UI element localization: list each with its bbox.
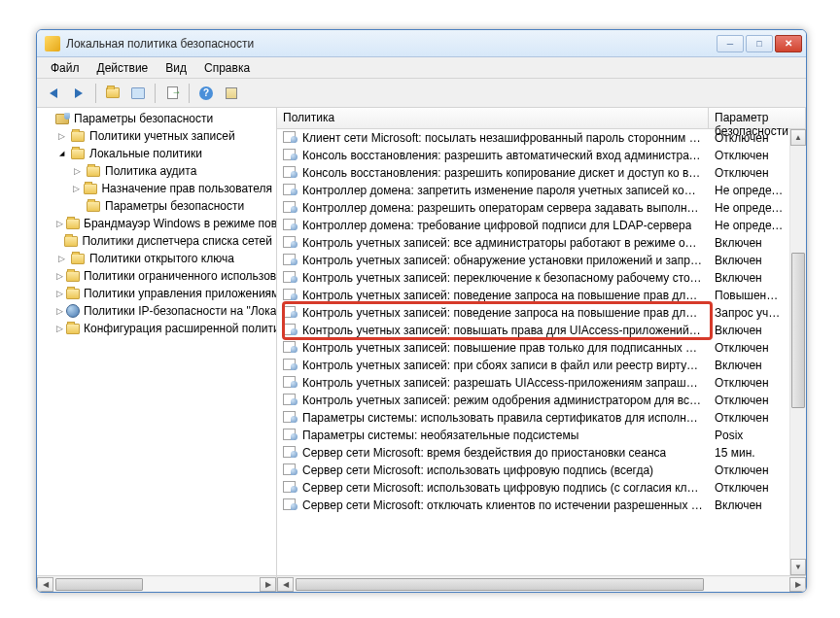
list-row[interactable]: Контроллер домена: требование цифровой п…: [277, 217, 789, 234]
tree-node[interactable]: Политики управления приложениями: [37, 285, 276, 302]
list-row[interactable]: Контроль учетных записей: все администра…: [277, 234, 789, 252]
tree-node[interactable]: Политики ограниченного использования про…: [37, 267, 276, 285]
tree-node[interactable]: Конфигурация расширенной политики аудита: [37, 320, 276, 337]
tree-node[interactable]: Политики IP-безопасности на "Локальный к…: [37, 302, 276, 320]
policy-icon: [283, 394, 298, 407]
scroll-left-button[interactable]: ◀: [37, 577, 53, 592]
policy-icon: [283, 498, 298, 512]
policy-setting: Включен: [709, 271, 789, 285]
tree-node[interactable]: Локальные политики: [37, 145, 276, 162]
close-button[interactable]: ✕: [775, 35, 802, 52]
up-folder-button[interactable]: [102, 83, 123, 104]
scroll-down-button[interactable]: ▼: [790, 559, 806, 575]
tree-expander-icon[interactable]: [72, 166, 83, 177]
list-row[interactable]: Параметры системы: использовать правила …: [277, 409, 789, 427]
tree-expander-icon[interactable]: [56, 289, 63, 299]
column-header-policy[interactable]: Политика: [277, 108, 709, 128]
scroll-right-button[interactable]: ▶: [260, 577, 276, 592]
list-row[interactable]: Контроль учетных записей: переключение к…: [277, 269, 789, 287]
list-row[interactable]: Контроль учетных записей: поведение запр…: [277, 287, 789, 304]
tree-label: Политики IP-безопасности на "Локальный к…: [84, 304, 276, 318]
tree-expander-icon[interactable]: [56, 324, 63, 334]
list-row[interactable]: Консоль восстановления: разрешить копиро…: [277, 164, 789, 182]
list-row[interactable]: Контроль учетных записей: режим одобрени…: [277, 392, 789, 409]
list-row[interactable]: Контроль учетных записей: поведение запр…: [277, 304, 789, 322]
list-row[interactable]: Контроль учетных записей: повышать права…: [277, 322, 789, 339]
folder-icon: [66, 217, 80, 230]
menu-file[interactable]: Файл: [43, 59, 88, 77]
folder-icon: [86, 199, 101, 213]
policy-name: Параметры системы: использовать правила …: [302, 411, 703, 425]
security-icon: [54, 112, 70, 125]
list-row[interactable]: Сервер сети Microsoft: использовать цифр…: [277, 479, 789, 497]
properties-button[interactable]: [221, 83, 242, 104]
list-row[interactable]: Параметры системы: необязательные подсис…: [277, 427, 789, 444]
policy-setting: Отключен: [709, 166, 789, 180]
tree-expander-icon[interactable]: [56, 219, 63, 229]
list-row[interactable]: Контроль учетных записей: обнаружение ус…: [277, 252, 789, 269]
tree-node[interactable]: Параметры безопасности: [37, 110, 276, 127]
scroll-up-button[interactable]: ▲: [790, 129, 806, 146]
policy-icon: [283, 254, 298, 267]
list-row[interactable]: Контроль учетных записей: повышение прав…: [277, 339, 789, 357]
policy-setting: Отключен: [709, 131, 789, 145]
list-row[interactable]: Контроллер домена: разрешить операторам …: [277, 199, 789, 217]
list-vscrollbar[interactable]: ▲ ▼: [789, 129, 806, 575]
tree-expander-icon[interactable]: [56, 271, 63, 282]
maximize-button[interactable]: □: [746, 35, 773, 52]
tree-label: Политики открытого ключа: [89, 252, 234, 265]
forward-button[interactable]: [68, 83, 89, 104]
policy-icon: [283, 446, 298, 460]
policy-icon: [283, 341, 298, 355]
toolbar: ?: [37, 79, 806, 108]
list-row[interactable]: Контроль учетных записей: разрешать UIAc…: [277, 374, 789, 392]
minimize-button[interactable]: ─: [717, 35, 744, 52]
list-row[interactable]: Контроль учетных записей: при сбоях запи…: [277, 357, 789, 374]
tree-label: Брандмауэр Windows в режиме повышенной б…: [84, 217, 276, 230]
tree-node[interactable]: Политики учетных записей: [37, 127, 276, 145]
show-tree-button[interactable]: [127, 83, 149, 104]
menu-help[interactable]: Справка: [196, 59, 258, 77]
tree-node[interactable]: Брандмауэр Windows в режиме повышенной б…: [37, 215, 276, 232]
tree-expander-icon[interactable]: [72, 184, 81, 194]
tree-label: Политики диспетчера списка сетей: [82, 234, 272, 248]
list-row[interactable]: Сервер сети Microsoft: использовать цифр…: [277, 462, 789, 479]
list-row[interactable]: Сервер сети Microsoft: отключать клиенто…: [277, 497, 789, 514]
scroll-right-button[interactable]: ▶: [789, 577, 806, 592]
tree-node[interactable]: Политика аудита: [37, 162, 276, 180]
vscroll-thumb[interactable]: [791, 253, 805, 408]
tree-expander-icon[interactable]: [56, 131, 67, 142]
policy-name: Сервер сети Microsoft: использовать цифр…: [302, 464, 653, 477]
policy-setting: Отключен: [709, 376, 789, 390]
menu-action[interactable]: Действие: [89, 59, 157, 77]
export-icon: [167, 86, 178, 99]
list-hscrollbar[interactable]: ◀ ▶: [277, 575, 806, 592]
scroll-left-button[interactable]: ◀: [277, 577, 294, 592]
tree-expander-icon[interactable]: [56, 254, 67, 264]
tree-node[interactable]: Параметры безопасности: [37, 197, 276, 215]
export-button[interactable]: [161, 83, 183, 104]
list-row[interactable]: Сервер сети Microsoft: время бездействия…: [277, 444, 789, 462]
window-title: Локальная политика безопасности: [66, 37, 717, 51]
tree-expander-icon[interactable]: [56, 149, 67, 159]
back-button[interactable]: [43, 83, 64, 104]
policy-icon: [283, 131, 298, 145]
policy-setting: Не определено: [709, 184, 789, 197]
list-row[interactable]: Контроллер домена: запретить изменение п…: [277, 182, 789, 199]
tree-node[interactable]: Политики открытого ключа: [37, 250, 276, 267]
menu-view[interactable]: Вид: [158, 59, 194, 77]
tree-expander-icon[interactable]: [56, 306, 63, 317]
help-button[interactable]: ?: [195, 83, 217, 104]
list-row[interactable]: Консоль восстановления: разрешить автома…: [277, 147, 789, 164]
titlebar[interactable]: Локальная политика безопасности ─ □ ✕: [37, 30, 806, 57]
tree-label: Конфигурация расширенной политики аудита: [84, 322, 276, 335]
hscroll-thumb[interactable]: [296, 578, 704, 591]
column-header-setting[interactable]: Параметр безопасности: [709, 108, 806, 128]
tree-hscrollbar[interactable]: ◀ ▶: [37, 575, 276, 592]
list-row[interactable]: Клиент сети Microsoft: посылать незашифр…: [277, 129, 789, 147]
tree-node[interactable]: Политики диспетчера списка сетей: [37, 232, 276, 250]
policy-setting: Отключен: [709, 149, 789, 162]
tree-node[interactable]: Назначение прав пользователя: [37, 180, 276, 197]
hscroll-thumb[interactable]: [55, 578, 143, 591]
policy-setting: Не определено: [709, 201, 789, 215]
